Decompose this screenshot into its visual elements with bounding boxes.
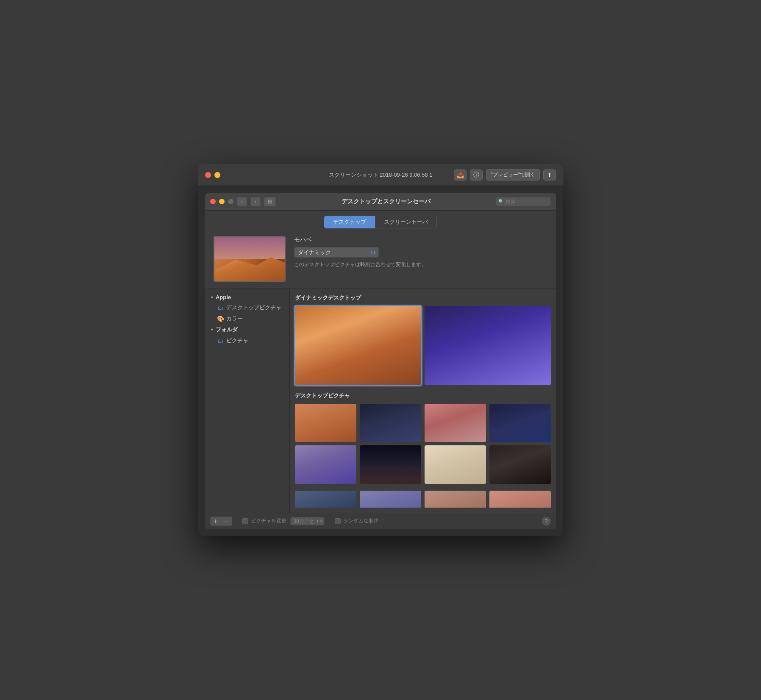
close-btn[interactable]	[205, 172, 211, 178]
outer-window: スクリーンショット 2018-09-26 9.06.58 1 📤 ⓘ "プレビュ…	[198, 164, 563, 536]
wallpaper-img-7	[425, 445, 486, 484]
interval-wrapper: 30分ごと 1時間ごと 1日ごと	[290, 517, 325, 525]
titlebar-title: スクリーンショット 2018-09-26 9.06.58 1	[329, 171, 433, 179]
add-remove-buttons: + −	[210, 517, 232, 526]
titlebar: スクリーンショット 2018-09-26 9.06.58 1 📤 ⓘ "プレビュ…	[198, 164, 563, 186]
panel-close-btn[interactable]	[210, 199, 216, 204]
wallpaper-preview	[214, 236, 286, 282]
wallpaper-img-1	[295, 404, 356, 442]
sidebar-item-colors[interactable]: 🎨 カラー	[205, 313, 289, 324]
tabs-row: デスクトップ スクリーンセーバ	[205, 211, 556, 232]
desktop-section-title: デスクトップピクチャ	[295, 392, 551, 400]
dropdown-row: ダイナミック 明るい（静止） 暗い（静止）	[294, 247, 547, 258]
bottom-bar: + − ピクチャを変更: 30分ごと 1時間ごと 1日ごと	[205, 513, 556, 529]
wallpaper-thumb-6[interactable]	[360, 445, 421, 484]
sidebar-item-label: カラー	[226, 315, 243, 322]
partial-thumb-4[interactable]	[489, 491, 551, 508]
random-area: ランダムな順序	[335, 517, 379, 525]
folder-rainbow-icon: 🎨	[217, 316, 224, 322]
wallpaper-preview-image	[214, 237, 285, 281]
triangle-icon: ▼	[210, 295, 214, 300]
main-split: ▼ Apple 🗂 デスクトップピクチャ 🎨 カラー ▼	[205, 289, 556, 513]
dynamic-wallpaper-grid	[295, 306, 551, 385]
change-picture-label: ピクチャを変更:	[251, 517, 288, 525]
partial-thumb-1[interactable]	[295, 491, 356, 508]
panel-title: デスクトップとスクリーンセーバ	[279, 198, 492, 206]
folder-group-label: フォルダ	[216, 326, 238, 333]
settings-panel: モハベ ダイナミック 明るい（静止） 暗い（静止） このデスクトップピクチャは時…	[294, 236, 547, 268]
dynamic-thumb-img-2	[425, 306, 551, 385]
partial-wallpaper-row	[295, 491, 551, 508]
info-icon[interactable]: ⓘ	[470, 169, 483, 181]
interval-select[interactable]: 30分ごと 1時間ごと 1日ごと	[290, 517, 325, 525]
search-wrapper: 🔍	[496, 197, 551, 206]
partial-thumb-3[interactable]	[425, 491, 486, 508]
folder-blue-icon-2: 🗂	[217, 338, 224, 344]
wallpaper-thumb-2[interactable]	[360, 404, 421, 442]
style-select-wrapper: ダイナミック 明るい（静止） 暗い（静止）	[294, 247, 379, 258]
wallpaper-img-5	[295, 445, 356, 484]
preview-area: モハベ ダイナミック 明るい（静止） 暗い（静止） このデスクトップピクチャは時…	[205, 232, 556, 289]
remove-folder-button[interactable]: −	[221, 517, 232, 526]
wallpaper-img-6	[360, 445, 421, 484]
grid-panel: ダイナミックデスクトップ デスクトップピクチャ	[290, 289, 556, 513]
sidebar-item-desktop-pictures[interactable]: 🗂 デスクトップピクチャ	[205, 302, 289, 313]
panel-minimize-btn[interactable]	[219, 199, 225, 204]
wallpaper-img-2	[360, 404, 421, 442]
wallpaper-thumb-1[interactable]	[295, 404, 356, 442]
wallpaper-thumb-4[interactable]	[489, 404, 551, 442]
dynamic-section-title: ダイナミックデスクトップ	[295, 294, 551, 302]
dynamic-thumb-img-1	[295, 306, 421, 385]
change-picture-area: ピクチャを変更: 30分ごと 1時間ごと 1日ごと	[242, 517, 325, 525]
tab-desktop[interactable]: デスクトップ	[324, 216, 375, 228]
panel-content: デスクトップ スクリーンセーバ モハベ	[205, 211, 556, 529]
open-preview-button[interactable]: "プレビュー"で開く	[486, 169, 540, 181]
search-icon: 🔍	[498, 199, 504, 204]
wallpaper-thumb-7[interactable]	[425, 445, 486, 484]
sidebar-item-label: ピクチャ	[226, 337, 248, 344]
window-body: ‹ › ⊞ デスクトップとスクリーンセーバ 🔍 デスクトップ スクリーンセーバ	[198, 186, 563, 536]
dynamic-thumb-1[interactable]	[295, 306, 421, 385]
sidebar-item-label: デスクトップピクチャ	[226, 304, 281, 311]
wallpaper-name: モハベ	[294, 236, 547, 244]
titlebar-left	[205, 172, 220, 178]
sidebar-item-pictures[interactable]: 🗂 ピクチャ	[205, 335, 289, 346]
wallpaper-img-8	[489, 445, 551, 484]
wallpaper-thumb-3[interactable]	[425, 404, 486, 442]
folder-blue-icon: 🗂	[217, 305, 224, 311]
panel: ‹ › ⊞ デスクトップとスクリーンセーバ 🔍 デスクトップ スクリーンセーバ	[205, 193, 556, 529]
change-picture-checkbox[interactable]	[242, 518, 248, 524]
panel-toolbar: ‹ › ⊞ デスクトップとスクリーンセーバ 🔍	[205, 193, 556, 211]
wallpaper-img-3	[425, 404, 486, 442]
help-button[interactable]: ?	[542, 517, 551, 526]
add-folder-button[interactable]: +	[210, 517, 221, 526]
style-select[interactable]: ダイナミック 明るい（静止） 暗い（静止）	[294, 247, 379, 258]
minimize-btn[interactable]	[214, 172, 220, 178]
partial-thumb-2[interactable]	[360, 491, 421, 508]
dynamic-thumb-2[interactable]	[425, 306, 551, 385]
apple-group-label: Apple	[216, 294, 231, 300]
share-icon[interactable]: ⬆	[543, 169, 556, 181]
upload-icon[interactable]: 📤	[454, 169, 467, 181]
random-label: ランダムな順序	[343, 517, 379, 525]
back-btn[interactable]: ‹	[237, 197, 247, 206]
sky-layer	[214, 237, 285, 259]
titlebar-right: 📤 ⓘ "プレビュー"で開く ⬆	[454, 169, 556, 181]
random-checkbox[interactable]	[335, 518, 341, 524]
sidebar-group-folder[interactable]: ▼ フォルダ	[205, 324, 289, 335]
wallpaper-thumb-8[interactable]	[489, 445, 551, 484]
wallpaper-thumb-5[interactable]	[295, 445, 356, 484]
grid-view-btn[interactable]: ⊞	[264, 197, 276, 206]
triangle-icon: ▼	[210, 328, 214, 332]
forward-btn[interactable]: ›	[250, 197, 261, 206]
panel-maximize-btn[interactable]	[228, 199, 233, 204]
wallpaper-description: このデスクトップピクチャは時刻に合わせて変化します。	[294, 261, 547, 268]
sidebar: ▼ Apple 🗂 デスクトップピクチャ 🎨 カラー ▼	[205, 289, 290, 513]
desktop-wallpaper-grid	[295, 404, 551, 484]
tab-screensaver[interactable]: スクリーンセーバ	[375, 216, 437, 228]
sidebar-group-apple[interactable]: ▼ Apple	[205, 292, 289, 302]
wallpaper-img-4	[489, 404, 551, 442]
